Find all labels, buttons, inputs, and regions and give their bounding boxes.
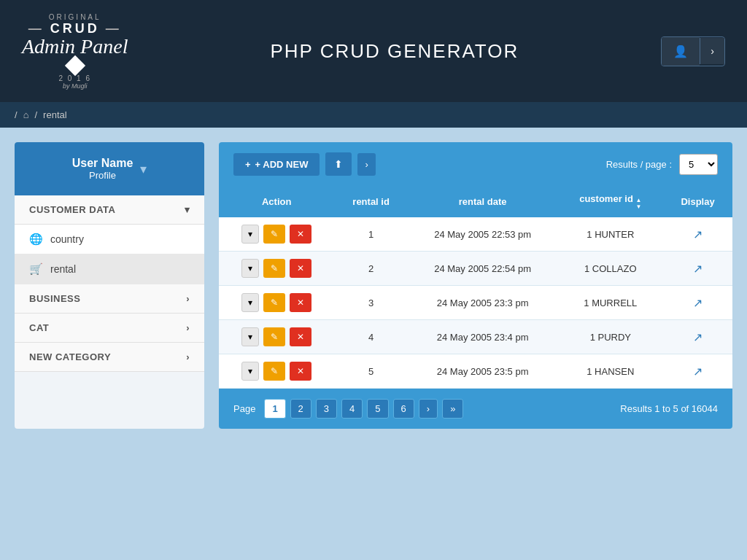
row-view-button[interactable]: ↗ <box>693 228 703 241</box>
cell-rental-id: 2 <box>334 252 407 286</box>
sidebar-item-business-chevron-right-icon: › <box>186 293 190 304</box>
breadcrumb-sep-1: / <box>15 109 18 120</box>
cell-rental-id: 1 <box>334 217 407 252</box>
cell-display: ↗ <box>663 354 732 389</box>
cell-display: ↗ <box>663 217 732 252</box>
page-last-button[interactable]: » <box>442 399 463 419</box>
cell-rental-id: 3 <box>334 286 407 320</box>
chevron-right-icon: › <box>365 159 368 170</box>
sidebar-item-cat-label: CAT <box>29 322 49 333</box>
main-content: User Name Profile ▾ CUSTOMER DATA ▾ 🌐 co… <box>0 128 747 443</box>
table-row: ▾ ✎ ✕ 3 24 May 2005 23:3 pm 1 MURRELL ↗ <box>219 286 732 320</box>
page-btn-6[interactable]: 6 <box>393 399 414 419</box>
app-header: ORIGINAL — CRUD — Admin Panel 2 0 1 6 by… <box>0 0 747 102</box>
breadcrumb-current: rental <box>43 109 67 120</box>
col-rental-date: rental date <box>408 186 558 217</box>
row-dropdown-button[interactable]: ▾ <box>241 225 259 244</box>
row-edit-button[interactable]: ✎ <box>263 225 285 244</box>
sidebar-item-new-category-label: NEW CATEGORY <box>29 351 111 362</box>
row-dropdown-button[interactable]: ▾ <box>241 259 259 278</box>
cell-customer-id: 1 HANSEN <box>557 354 663 389</box>
cell-action: ▾ ✎ ✕ <box>219 217 334 252</box>
row-dropdown-button[interactable]: ▾ <box>241 293 259 312</box>
add-new-label: + ADD NEW <box>255 159 309 170</box>
page-label: Page <box>233 403 255 414</box>
page-btn-1[interactable]: 1 <box>264 399 285 419</box>
cell-customer-id: 1 COLLAZO <box>557 252 663 286</box>
cell-rental-id: 4 <box>334 320 407 354</box>
row-delete-button[interactable]: ✕ <box>290 362 311 381</box>
cell-customer-id: 1 PURDY <box>557 320 663 354</box>
sidebar-item-customer-data-chevron-down-icon: ▾ <box>185 204 190 215</box>
cell-rental-id: 5 <box>334 354 407 389</box>
row-dropdown-button[interactable]: ▾ <box>241 362 259 381</box>
sidebar-item-rental[interactable]: 🛒 rental <box>15 254 204 284</box>
user-icon[interactable]: 👤 <box>662 37 700 66</box>
cart-icon: 🛒 <box>29 262 43 276</box>
sidebar: User Name Profile ▾ CUSTOMER DATA ▾ 🌐 co… <box>15 142 204 429</box>
row-delete-button[interactable]: ✕ <box>290 293 311 312</box>
row-view-button[interactable]: ↗ <box>693 330 703 344</box>
logo-original-text: ORIGINAL <box>49 13 101 21</box>
results-per-page-select[interactable]: 5 10 25 50 <box>679 154 718 175</box>
cell-action: ▾ ✎ ✕ <box>219 354 334 389</box>
sidebar-item-customer-data[interactable]: CUSTOMER DATA ▾ <box>15 195 204 225</box>
toolbar-next-button[interactable]: › <box>357 153 375 176</box>
logo-admin-text: Admin Panel <box>22 36 128 57</box>
upload-icon: ⬆ <box>334 158 343 170</box>
sidebar-user-chevron-down-icon: ▾ <box>140 161 147 177</box>
row-view-button[interactable]: ↗ <box>693 296 703 310</box>
table-row: ▾ ✎ ✕ 2 24 May 2005 22:54 pm 1 COLLAZO ↗ <box>219 252 732 286</box>
sidebar-profile-link[interactable]: Profile <box>72 170 133 181</box>
table-row: ▾ ✎ ✕ 4 24 May 2005 23:4 pm 1 PURDY ↗ <box>219 320 732 354</box>
sidebar-item-customer-data-label: CUSTOMER DATA <box>29 204 115 215</box>
sidebar-item-new-category[interactable]: NEW CATEGORY › <box>15 343 204 372</box>
cell-customer-id: 1 MURRELL <box>557 286 663 320</box>
cell-rental-date: 24 May 2005 22:53 pm <box>408 217 558 252</box>
home-icon[interactable]: ⌂ <box>23 109 29 120</box>
sidebar-item-business[interactable]: BUSINESS › <box>15 284 204 314</box>
page-btn-5[interactable]: 5 <box>367 399 388 419</box>
pagination-bar: Page 1 2 3 4 5 6 › » Results 1 to 5 of 1… <box>219 389 732 429</box>
sidebar-item-business-label: BUSINESS <box>29 293 80 304</box>
add-new-button[interactable]: + + ADD NEW <box>233 153 320 176</box>
cell-action: ▾ ✎ ✕ <box>219 252 334 286</box>
sidebar-item-country[interactable]: 🌐 country <box>15 225 204 254</box>
sidebar-user-profile[interactable]: User Name Profile ▾ <box>15 142 204 195</box>
pagination-left: Page 1 2 3 4 5 6 › » <box>233 399 463 419</box>
plus-icon: + <box>245 159 251 170</box>
row-delete-button[interactable]: ✕ <box>290 327 311 346</box>
row-edit-button[interactable]: ✎ <box>263 362 285 381</box>
toolbar-right: Results / page : 5 10 25 50 <box>606 154 718 175</box>
row-delete-button[interactable]: ✕ <box>290 225 311 244</box>
row-view-button[interactable]: ↗ <box>693 365 703 378</box>
page-next-button[interactable]: › <box>419 399 438 419</box>
results-summary: Results 1 to 5 of 16044 <box>620 403 718 414</box>
row-dropdown-button[interactable]: ▾ <box>241 327 259 346</box>
sidebar-item-cat-chevron-right-icon: › <box>186 322 190 333</box>
breadcrumb: / ⌂ / rental <box>0 102 747 128</box>
row-edit-button[interactable]: ✎ <box>263 327 285 346</box>
row-edit-button[interactable]: ✎ <box>263 259 285 278</box>
user-menu-button[interactable]: 👤 › <box>661 36 725 66</box>
page-btn-4[interactable]: 4 <box>341 399 363 419</box>
page-btn-2[interactable]: 2 <box>290 399 311 419</box>
row-delete-button[interactable]: ✕ <box>290 259 311 278</box>
page-btn-3[interactable]: 3 <box>316 399 337 419</box>
content-area: + + ADD NEW ⬆ › Results / page : 5 10 25… <box>219 142 732 429</box>
sidebar-item-cat[interactable]: CAT › <box>15 314 204 343</box>
col-customer-id[interactable]: customer id ▲▼ <box>557 186 663 217</box>
upload-button[interactable]: ⬆ <box>325 152 352 176</box>
cell-action: ▾ ✎ ✕ <box>219 320 334 354</box>
logo-crud: — CRUD — <box>28 21 122 36</box>
results-per-page-label: Results / page : <box>606 159 672 170</box>
row-edit-button[interactable]: ✎ <box>263 293 285 312</box>
col-display: Display <box>663 186 732 217</box>
cell-display: ↗ <box>663 286 732 320</box>
sidebar-item-rental-label: rental <box>50 263 76 275</box>
cell-rental-date: 24 May 2005 23:3 pm <box>408 286 558 320</box>
cell-display: ↗ <box>663 252 732 286</box>
table-row: ▾ ✎ ✕ 5 24 May 2005 23:5 pm 1 HANSEN ↗ <box>219 354 732 389</box>
row-view-button[interactable]: ↗ <box>693 262 703 276</box>
user-dropdown-arrow[interactable]: › <box>700 38 724 64</box>
